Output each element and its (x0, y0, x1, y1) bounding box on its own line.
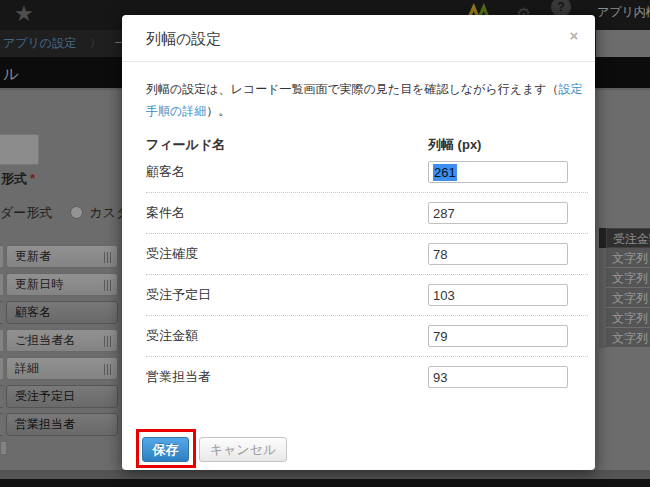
width-input[interactable] (428, 366, 568, 388)
field-label: 営業担当者 (146, 368, 428, 386)
column-headers: フィールド名 列幅 (px) (146, 136, 586, 153)
field-width-row: 営業担当者 (146, 357, 588, 397)
field-width-row: 受注予定日 (146, 275, 588, 316)
width-input[interactable] (428, 202, 568, 224)
field-label: 案件名 (146, 204, 428, 222)
field-label: 受注確度 (146, 245, 428, 263)
dialog-title: 列幅の設定 (122, 15, 595, 62)
field-width-row: 顧客名 261 (146, 161, 588, 193)
field-label: 顧客名 (146, 163, 428, 181)
annotation-highlight-box (136, 429, 196, 468)
field-label: 受注金額 (146, 327, 428, 345)
cancel-button[interactable]: キャンセル (199, 437, 287, 462)
field-width-row: 受注確度 (146, 234, 588, 275)
width-column-header: 列幅 (px) (428, 136, 481, 153)
field-width-row: 案件名 (146, 193, 588, 234)
width-input[interactable]: 261 (428, 161, 568, 183)
field-name-column-header: フィールド名 (146, 136, 428, 153)
selected-text: 261 (433, 164, 457, 181)
width-input[interactable] (428, 243, 568, 265)
field-width-list: 顧客名 261 案件名 受注確度 受注予定日 (146, 161, 588, 397)
dialog-description: 列幅の設定は、レコード一覧画面で実際の見た目を確認しながら行えます（設定手順の詳… (146, 78, 588, 122)
screen: ★ ⚙ ? アプリ内検索 アプリの設定 〉 一覧 ル 形式* ダー形式カスタマイ… (0, 0, 650, 487)
width-input[interactable] (428, 325, 568, 347)
width-input[interactable] (428, 284, 568, 306)
close-icon[interactable]: × (565, 27, 583, 45)
field-width-row: 受注金額 (146, 316, 588, 357)
column-width-settings-dialog: 列幅の設定 × 列幅の設定は、レコード一覧画面で実際の見た目を確認しながら行えま… (122, 15, 595, 470)
field-label: 受注予定日 (146, 286, 428, 304)
